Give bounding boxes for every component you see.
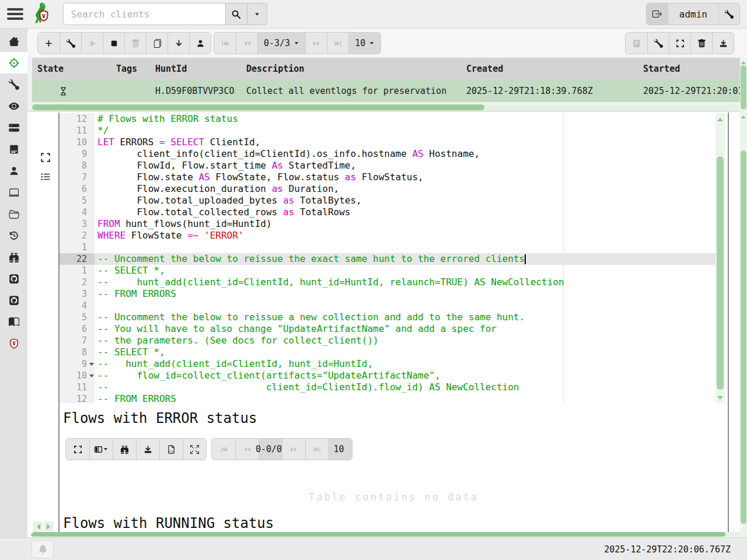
hunt-trash-button[interactable]	[690, 33, 712, 54]
cell-scroll-right-button[interactable]	[44, 522, 54, 531]
editor-line: 4	[60, 300, 715, 312]
sidebar-item-notebooks[interactable]	[0, 138, 27, 160]
logout-button[interactable]	[647, 4, 668, 24]
search-input[interactable]	[63, 3, 225, 25]
cell-columns-button[interactable]	[89, 439, 113, 460]
sidebar-item-hosts[interactable]	[0, 181, 27, 203]
editor-vscroll-down-arrow[interactable]	[717, 396, 723, 402]
rewind-icon	[243, 39, 252, 48]
notebook-hscrollbar[interactable]	[32, 532, 740, 537]
editor-line: 9-- hunt_add(client_id=ClientId, hunt_id…	[60, 358, 715, 370]
table-hscroll-thumb[interactable]	[32, 104, 484, 110]
sidebar-item-history[interactable]	[0, 225, 27, 246]
line-number: 1	[60, 265, 95, 276]
page-indicator-button[interactable]: 0-3/3	[257, 33, 305, 54]
hunt-fullscreen-button[interactable]	[669, 33, 690, 54]
hunt-table-row[interactable]: H.D59F0BTVVP3COCollect all eventlogs for…	[32, 80, 740, 102]
code-text: -- You will have to also change "UpdateA…	[95, 323, 715, 335]
sidebar-item-hunts[interactable]	[0, 52, 27, 74]
column-header-state[interactable]: State	[32, 64, 111, 74]
cell-page-indicator-button[interactable]: 0-0/0	[259, 439, 282, 460]
caret-down-icon	[369, 40, 375, 46]
page-indicator-label: 0-3/3	[264, 38, 290, 48]
fullscreen-icon	[676, 39, 685, 48]
skip-start-icon	[221, 39, 229, 48]
editor-list-icon[interactable]	[40, 172, 51, 182]
table-vscrollbar[interactable]	[740, 58, 747, 111]
fullscreen-icon	[74, 445, 82, 454]
bell-icon	[39, 545, 47, 554]
fold-caret-icon[interactable]	[89, 374, 94, 380]
code-text: -- the parameters. (See docs for collect…	[95, 335, 715, 346]
copy-hunt-button[interactable]	[146, 33, 167, 54]
sidebar-item-files[interactable]	[0, 203, 27, 225]
column-header-huntid[interactable]: HuntId	[150, 64, 241, 74]
editor-line: 12-- FROM ERRORS	[60, 393, 715, 403]
editor-vscrollbar[interactable]	[715, 113, 725, 403]
caret-down-icon	[254, 11, 260, 18]
sidebar-item-server[interactable]	[0, 117, 27, 138]
column-header-tags[interactable]: Tags	[111, 64, 150, 74]
column-header-created[interactable]: Created	[461, 64, 638, 74]
menu-button[interactable]	[7, 6, 23, 23]
skip-end-icon	[313, 445, 322, 454]
cell-page-size-button[interactable]: 10	[329, 439, 352, 460]
table-vscroll-thumb[interactable]	[741, 65, 746, 110]
stop-hunt-button[interactable]	[103, 33, 124, 54]
user-settings-button[interactable]	[718, 4, 739, 24]
sidebar-item-github-2[interactable]	[0, 289, 27, 311]
code-text	[95, 242, 715, 253]
editor-fullscreen-icon[interactable]	[40, 152, 51, 163]
status-bar: 2025-12-29T22:20:06.767Z	[0, 537, 747, 560]
modify-hunt-button[interactable]	[60, 33, 81, 54]
sidebar-item-users[interactable]	[0, 160, 27, 181]
user-button[interactable]: admin	[668, 4, 718, 24]
cell-download-csv-button[interactable]: csv	[159, 439, 183, 460]
fold-caret-icon[interactable]	[89, 363, 94, 368]
column-header-started[interactable]: Started	[638, 64, 740, 74]
server-timestamp: 2025-12-29T22:20:06.767Z	[604, 544, 731, 555]
sidebar-item-github-1[interactable]	[0, 268, 27, 289]
archive-hunt-button[interactable]	[167, 33, 189, 54]
editor-line: 8-- SELECT *,	[60, 346, 715, 358]
vql-editor[interactable]: 12# Flows with ERROR status11*/10LET ERR…	[60, 113, 715, 403]
editor-line: 7-- the parameters. (See docs for collec…	[60, 335, 715, 346]
notebook-vscroll-thumb[interactable]	[741, 150, 746, 524]
sidebar-item-artifacts[interactable]	[0, 74, 27, 95]
page-size-button[interactable]: 10	[348, 33, 381, 54]
column-header-description[interactable]: Description	[241, 64, 461, 74]
cell-find-button[interactable]	[113, 439, 136, 460]
new-hunt-button[interactable]	[38, 33, 60, 54]
cell-scroll-left-button[interactable]	[33, 522, 43, 531]
editor-vscroll-thumb[interactable]	[717, 156, 724, 390]
sidebar-item-velociraptor[interactable]: V	[0, 332, 27, 354]
cell-expand-button[interactable]	[183, 439, 206, 460]
logout-icon	[652, 9, 662, 19]
sidebar-item-search[interactable]	[0, 246, 27, 268]
code-text: -- SELECT *,	[95, 346, 715, 358]
hunt-cell: 2025-12-29T21:20:01.7	[638, 86, 740, 96]
server-icon	[9, 123, 19, 133]
wrench-icon	[654, 39, 663, 48]
notifications-button[interactable]	[32, 540, 54, 558]
hunt-settings-button[interactable]	[647, 33, 669, 54]
sidebar-item-docs[interactable]	[0, 311, 27, 332]
notebook-vscroll-up-arrow[interactable]	[741, 113, 746, 118]
line-number: 6	[60, 183, 95, 195]
table-hscrollbar[interactable]	[32, 104, 740, 110]
cell-fullscreen-button[interactable]	[66, 439, 89, 460]
sidebar-item-home[interactable]	[0, 30, 27, 52]
notebook-hscroll-thumb[interactable]	[32, 532, 725, 537]
sidebar-item-monitoring[interactable]	[0, 95, 27, 117]
search-button[interactable]	[225, 3, 247, 25]
notebook-vscrollbar[interactable]	[740, 111, 747, 537]
page-first-button	[214, 33, 236, 54]
editor-vscroll-up-arrow[interactable]	[717, 115, 723, 121]
search-options-button[interactable]	[247, 3, 267, 25]
line-number: 12	[60, 113, 95, 125]
hunt-client-button[interactable]	[189, 33, 211, 54]
hunt-download-button[interactable]	[712, 33, 734, 54]
cell-download-button[interactable]	[136, 439, 159, 460]
hunt-tools-group	[625, 32, 734, 54]
table-vscroll-up-arrow[interactable]	[741, 59, 746, 64]
